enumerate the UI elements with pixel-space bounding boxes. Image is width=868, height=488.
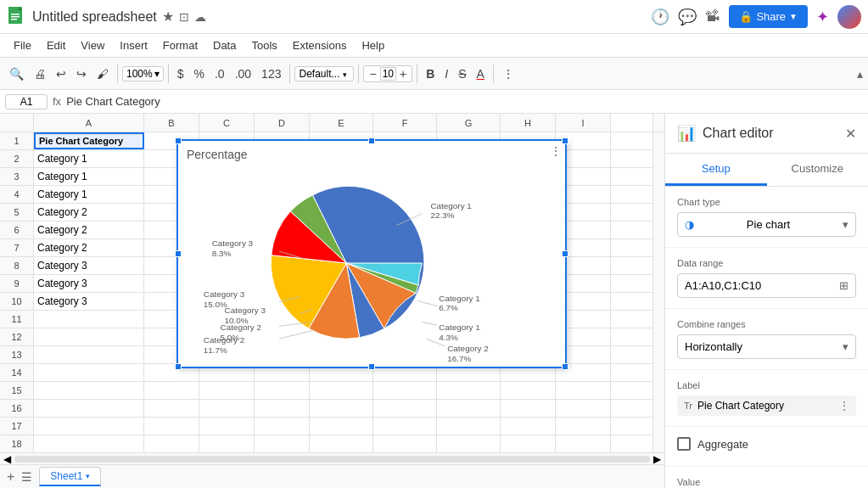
grid-cell[interactable] <box>34 400 144 417</box>
user-avatar[interactable] <box>837 5 861 29</box>
grid-cell[interactable] <box>310 400 373 417</box>
grid-cell[interactable] <box>144 382 199 399</box>
grid-cell[interactable] <box>556 435 611 452</box>
grid-cell[interactable] <box>310 435 373 452</box>
row-header-11[interactable]: 11 <box>0 311 34 328</box>
font-size-dec-button[interactable]: − <box>367 67 378 81</box>
grid-cell[interactable] <box>34 364 144 381</box>
row-header-18[interactable]: 18 <box>0 435 34 452</box>
horizontal-scrollbar[interactable] <box>14 456 650 463</box>
grid-cell[interactable] <box>501 382 556 399</box>
chart-type-selector[interactable]: ◑ Pie chart ▾ <box>677 212 856 237</box>
scroll-right-arrow[interactable]: ▶ <box>653 453 661 465</box>
grid-cell[interactable] <box>556 382 611 399</box>
more-toolbar-button[interactable]: ⋮ <box>498 65 518 82</box>
tab-customize[interactable]: Customize <box>767 154 869 186</box>
redo-button[interactable]: ↪ <box>72 65 91 82</box>
grid-cell[interactable] <box>255 418 310 435</box>
grid-cell[interactable] <box>501 435 556 452</box>
row-header-1[interactable]: 1 <box>0 132 34 150</box>
tab-setup[interactable]: Setup <box>665 154 767 186</box>
col-header-C[interactable]: C <box>199 114 255 132</box>
add-sheet-button[interactable]: + <box>7 469 14 485</box>
grid-cell[interactable] <box>34 328 144 345</box>
row-header-5[interactable]: 5 <box>0 204 34 222</box>
col-header-G[interactable]: G <box>437 114 501 132</box>
grid-cell[interactable] <box>199 382 255 399</box>
row-header-7[interactable]: 7 <box>0 239 34 257</box>
col-header-I[interactable]: I <box>556 114 611 132</box>
grid-cell[interactable] <box>437 435 501 452</box>
italic-button[interactable]: I <box>440 65 452 82</box>
chart-more-button[interactable]: ⋮ <box>550 144 562 158</box>
grid-cell[interactable] <box>34 311 144 328</box>
print-button[interactable]: 🖨 <box>30 65 50 82</box>
grid-icon[interactable]: ⊞ <box>839 279 848 292</box>
menu-data[interactable]: Data <box>206 37 243 53</box>
grid-cell[interactable]: Category 3 <box>34 257 144 274</box>
menu-tools[interactable]: Tools <box>244 37 283 53</box>
grid-cell[interactable] <box>199 418 255 435</box>
grid-cell[interactable]: Category 3 <box>34 293 144 310</box>
format-paint-button[interactable]: 🖌 <box>92 65 113 82</box>
grid-cell[interactable] <box>255 435 310 452</box>
doc-title[interactable]: Untitled spreadsheet <box>32 9 157 25</box>
col-header-E[interactable]: E <box>310 114 373 132</box>
row-header-12[interactable]: 12 <box>0 328 34 346</box>
font-size-inc-button[interactable]: + <box>398 67 408 81</box>
resize-handle-mr[interactable] <box>562 250 568 257</box>
star-feature-icon[interactable]: ✦ <box>816 8 829 26</box>
grid-cell[interactable] <box>437 382 501 399</box>
col-header-A[interactable]: A <box>34 114 144 132</box>
row-header-8[interactable]: 8 <box>0 257 34 275</box>
row-header-17[interactable]: 17 <box>0 418 34 435</box>
bold-button[interactable]: B <box>422 65 439 82</box>
row-header-2[interactable]: 2 <box>0 150 34 168</box>
grid-cell[interactable]: Category 3 <box>34 275 144 292</box>
col-header-F[interactable]: F <box>373 114 437 132</box>
currency-button[interactable]: $ <box>173 65 188 82</box>
menu-format[interactable]: Format <box>156 37 204 53</box>
resize-handle-ml[interactable] <box>175 250 182 257</box>
grid-cell[interactable] <box>34 382 144 399</box>
scroll-left-arrow[interactable]: ◀ <box>3 453 11 465</box>
text-color-button[interactable]: A <box>473 65 489 82</box>
grid-cell[interactable]: Category 2 <box>34 239 144 256</box>
present-icon[interactable]: 📽 <box>705 8 720 25</box>
sheet-menu-button[interactable]: ☰ <box>21 470 32 484</box>
grid-cell[interactable]: Category 1 <box>34 168 144 185</box>
grid-cell[interactable] <box>556 418 611 435</box>
share-button[interactable]: 🔒 Share ▼ <box>729 5 808 28</box>
row-header-13[interactable]: 13 <box>0 346 34 364</box>
col-header-B[interactable]: B <box>144 114 199 132</box>
grid-cell[interactable] <box>144 400 199 417</box>
menu-extensions[interactable]: Extensions <box>286 37 354 53</box>
format-123-button[interactable]: 123 <box>257 65 285 82</box>
percent-button[interactable]: % <box>190 65 209 82</box>
decimal-dec-button[interactable]: .0 <box>210 65 229 82</box>
grid-cell[interactable]: Pie Chart Category <box>34 132 144 149</box>
cell-reference[interactable]: A1 <box>5 94 48 109</box>
grid-cell[interactable]: Category 1 <box>34 150 144 167</box>
drive-icon[interactable]: ⊡ <box>179 10 189 24</box>
history-icon[interactable]: 🕐 <box>651 8 669 26</box>
menu-help[interactable]: Help <box>355 37 391 53</box>
sheet-tab-dropdown[interactable]: ▾ <box>86 472 90 480</box>
grid-cell[interactable] <box>310 418 373 435</box>
grid-cell[interactable] <box>34 418 144 435</box>
search-button[interactable]: 🔍 <box>5 65 28 82</box>
resize-handle-tr[interactable] <box>562 137 568 144</box>
grid-cell[interactable] <box>199 435 255 452</box>
grid-cell[interactable] <box>255 382 310 399</box>
grid-cell[interactable] <box>255 400 310 417</box>
grid-cell[interactable] <box>501 418 556 435</box>
grid-cell[interactable] <box>501 400 556 417</box>
star-icon[interactable]: ★ <box>162 8 174 25</box>
grid-cell[interactable] <box>310 382 373 399</box>
row-header-3[interactable]: 3 <box>0 168 34 186</box>
row-header-10[interactable]: 10 <box>0 293 34 311</box>
grid-cell[interactable] <box>199 400 255 417</box>
grid-cell[interactable] <box>373 418 437 435</box>
grid-cell[interactable]: Category 1 <box>34 186 144 203</box>
resize-handle-bl[interactable] <box>175 363 182 370</box>
